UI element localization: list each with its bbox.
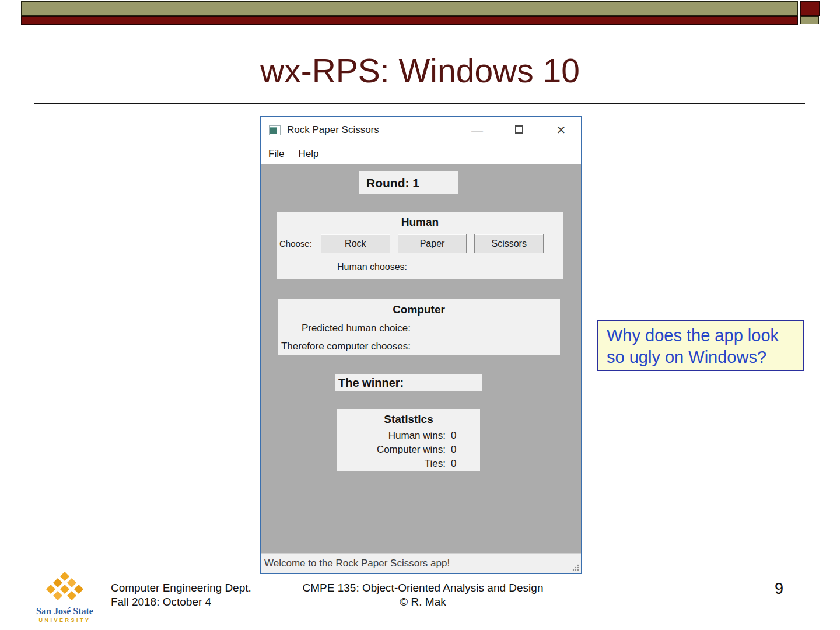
- status-text: Welcome to the Rock Paper Scissors app!: [264, 554, 450, 573]
- human-panel: Human Choose: Rock Paper Scissors Human …: [276, 212, 564, 279]
- status-bar: Welcome to the Rock Paper Scissors app!: [261, 553, 581, 573]
- slide: wx-RPS: Windows 10 Rock Paper Scissors —…: [0, 0, 840, 630]
- maximize-button[interactable]: [511, 117, 527, 143]
- logo-subtitle: UNIVERSITY: [32, 617, 97, 623]
- stat-label: Ties:: [337, 457, 446, 471]
- close-button[interactable]: ✕: [553, 117, 569, 143]
- client-area: Round: 1 Human Choose: Rock Paper Scisso…: [261, 164, 581, 553]
- human-panel-title: Human: [276, 212, 564, 229]
- top-bar-maroon: [21, 16, 798, 25]
- stat-row-computer-wins: Computer wins: 0: [337, 443, 480, 457]
- footer-left: Computer Engineering Dept. Fall 2018: Oc…: [111, 581, 251, 609]
- footer-date: Fall 2018: October 4: [111, 595, 251, 609]
- window-title: Rock Paper Scissors: [287, 124, 379, 136]
- footer-dept: Computer Engineering Dept.: [111, 581, 251, 595]
- menu-help[interactable]: Help: [298, 148, 318, 160]
- computer-chooses-label: Therefore computer chooses:: [278, 337, 411, 355]
- top-bar-olive: [21, 1, 798, 16]
- sjsu-diamonds-icon: [42, 572, 88, 603]
- note-line2: so ugly on Windows?: [607, 346, 803, 368]
- note-box: Why does the app look so ugly on Windows…: [597, 320, 804, 371]
- logo-wordmark: San José State: [32, 606, 97, 617]
- stat-value: 0: [451, 443, 456, 457]
- footer-course: CMPE 135: Object-Oriented Analysis and D…: [260, 581, 586, 595]
- minimize-button[interactable]: —: [469, 117, 485, 143]
- menu-bar: File Help: [261, 143, 581, 164]
- page-number: 9: [775, 580, 783, 598]
- computer-panel-title: Computer: [278, 299, 560, 316]
- stat-label: Computer wins:: [337, 443, 446, 457]
- paper-button[interactable]: Paper: [398, 234, 467, 253]
- predicted-choice-label: Predicted human choice:: [278, 319, 411, 337]
- top-corner-olive: [800, 16, 819, 24]
- stat-row-ties: Ties: 0: [337, 457, 480, 471]
- stat-label: Human wins:: [337, 429, 446, 443]
- footer-copyright: © R. Mak: [260, 595, 586, 609]
- title-rule: [34, 103, 805, 104]
- statistics-title: Statistics: [337, 409, 480, 426]
- titlebar[interactable]: Rock Paper Scissors — ✕: [261, 117, 581, 143]
- scissors-button[interactable]: Scissors: [474, 234, 544, 253]
- app-icon-strip: [270, 127, 276, 128]
- footer-center: CMPE 135: Object-Oriented Analysis and D…: [260, 581, 586, 609]
- round-label: Round: 1: [359, 172, 459, 194]
- app-window: Rock Paper Scissors — ✕ File Help Round:…: [260, 116, 582, 574]
- winner-label: The winner:: [335, 374, 482, 391]
- university-logo: San José State UNIVERSITY: [32, 572, 97, 623]
- stat-value: 0: [451, 457, 456, 471]
- resize-grip-icon[interactable]: [572, 564, 579, 571]
- computer-panel: Computer Predicted human choice: Therefo…: [278, 299, 560, 355]
- statistics-panel: Statistics Human wins: 0 Computer wins: …: [337, 409, 480, 471]
- rock-button[interactable]: Rock: [321, 234, 390, 253]
- page-title: wx-RPS: Windows 10: [0, 51, 840, 90]
- top-corner-maroon: [800, 1, 820, 16]
- maximize-icon: [515, 125, 523, 134]
- choose-label: Choose:: [279, 239, 313, 249]
- stat-value: 0: [451, 429, 456, 443]
- stat-row-human-wins: Human wins: 0: [337, 429, 480, 443]
- menu-file[interactable]: File: [268, 148, 284, 160]
- note-line1: Why does the app look: [607, 325, 803, 346]
- app-icon: [269, 125, 281, 135]
- choose-row: Choose: Rock Paper Scissors: [276, 234, 564, 253]
- human-chooses-label: Human chooses:: [337, 262, 407, 272]
